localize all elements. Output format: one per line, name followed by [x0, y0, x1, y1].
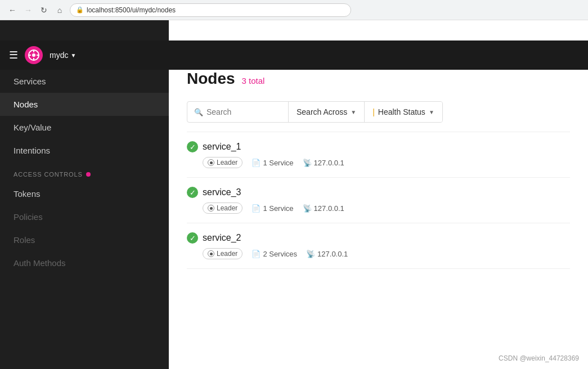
top-nav: ☰ mydc ▼: [0, 40, 588, 70]
server-icon: 📡: [303, 159, 312, 167]
table-row[interactable]: ✓ service_1 Leader 📄 1 Service: [187, 132, 570, 178]
health-status-accent: |: [372, 107, 375, 116]
node-list: ✓ service_1 Leader 📄 1 Service: [187, 132, 570, 269]
lock-icon: 🔒: [76, 6, 84, 14]
service-icon: 📄: [252, 159, 261, 167]
leader-circle-icon: [208, 159, 214, 166]
page-title: Nodes: [187, 70, 235, 88]
search-box[interactable]: 🔍: [187, 102, 289, 122]
ip-address: 📡 127.0.0.1: [306, 250, 348, 258]
search-across-chevron-icon: ▼: [351, 109, 356, 115]
forward-button[interactable]: →: [23, 4, 34, 16]
search-across-label: Search Across: [297, 107, 347, 116]
datacenter-selector[interactable]: mydc ▼: [50, 51, 76, 60]
datacenter-name: mydc: [50, 51, 68, 60]
sidebar-item-policies: Policies: [0, 205, 169, 228]
leader-label: Leader: [217, 204, 237, 212]
search-icon: 🔍: [194, 108, 203, 116]
service-icon: 📄: [252, 250, 261, 258]
search-across-button[interactable]: Search Across ▼: [289, 102, 365, 122]
sidebar: Services Nodes Key/Value Intentions ACCE…: [0, 20, 169, 369]
chevron-down-icon: ▼: [70, 52, 76, 58]
leader-badge: Leader: [203, 202, 243, 214]
leader-circle-icon: [208, 250, 214, 257]
health-status-button[interactable]: | Health Status ▼: [365, 102, 442, 122]
page-header: Nodes 3 total: [187, 70, 570, 88]
node-meta: Leader 📄 2 Services 📡 127.0.0.1: [187, 248, 570, 259]
watermark: CSDN @weixin_44728369: [499, 354, 579, 362]
address-bar[interactable]: 🔒 localhost:8500/ui/mydc/nodes: [70, 3, 351, 17]
server-icon: 📡: [306, 250, 315, 258]
node-meta: Leader 📄 1 Service 📡 127.0.0.1: [187, 202, 570, 214]
node-name-row: ✓ service_3: [187, 187, 570, 198]
leader-badge: Leader: [203, 248, 243, 259]
sidebar-item-intentions[interactable]: Intentions: [0, 139, 169, 162]
svg-point-1: [32, 53, 35, 57]
consul-logo: [25, 46, 43, 64]
service-count: 📄 1 Service: [252, 159, 293, 167]
back-button[interactable]: ←: [7, 4, 18, 16]
main-content: Nodes 3 total 🔍 Search Across ▼ | Health…: [169, 20, 588, 369]
table-row[interactable]: ✓ service_2 Leader 📄 2 Services: [187, 223, 570, 269]
leader-label: Leader: [217, 250, 237, 258]
hamburger-icon[interactable]: ☰: [9, 49, 18, 61]
health-check-icon: ✓: [187, 187, 198, 198]
node-name: service_3: [203, 187, 241, 197]
ip-address: 📡 127.0.0.1: [303, 204, 344, 213]
health-check-icon: ✓: [187, 232, 198, 244]
search-input[interactable]: [207, 107, 274, 116]
sidebar-item-tokens[interactable]: Tokens: [0, 182, 169, 205]
node-name-row: ✓ service_1: [187, 141, 570, 152]
access-controls-label: ACCESS CONTROLS: [0, 162, 169, 182]
node-meta: Leader 📄 1 Service 📡 127.0.0.1: [187, 157, 570, 168]
sidebar-item-nodes[interactable]: Nodes: [0, 93, 169, 116]
home-button[interactable]: ⌂: [54, 4, 65, 16]
leader-badge: Leader: [203, 157, 243, 168]
sidebar-item-services[interactable]: Services: [0, 70, 169, 93]
browser-bar: ← → ↻ ⌂ 🔒 localhost:8500/ui/mydc/nodes: [0, 0, 588, 20]
node-name: service_1: [203, 142, 241, 152]
server-icon: 📡: [303, 204, 312, 213]
filters-row: 🔍 Search Across ▼ | Health Status ▼: [187, 101, 443, 123]
health-status-chevron-icon: ▼: [429, 109, 434, 115]
total-badge: 3 total: [242, 76, 265, 86]
access-controls-dot: [86, 172, 91, 177]
node-name-row: ✓ service_2: [187, 232, 570, 244]
table-row[interactable]: ✓ service_3 Leader 📄 1 Service: [187, 178, 570, 223]
service-count: 📄 2 Services: [252, 250, 297, 258]
health-check-icon: ✓: [187, 141, 198, 152]
sidebar-item-keyvalue[interactable]: Key/Value: [0, 116, 169, 139]
sidebar-item-auth-methods: Auth Methods: [0, 251, 169, 274]
sidebar-item-roles: Roles: [0, 228, 169, 251]
url-text: localhost:8500/ui/mydc/nodes: [87, 6, 176, 14]
leader-label: Leader: [217, 159, 237, 166]
leader-circle-icon: [208, 205, 214, 212]
ip-address: 📡 127.0.0.1: [303, 159, 344, 167]
health-status-label: Health Status: [378, 107, 425, 116]
service-icon: 📄: [252, 204, 261, 213]
reload-button[interactable]: ↻: [38, 4, 50, 16]
node-name: service_2: [203, 233, 241, 243]
service-count: 📄 1 Service: [252, 204, 293, 213]
